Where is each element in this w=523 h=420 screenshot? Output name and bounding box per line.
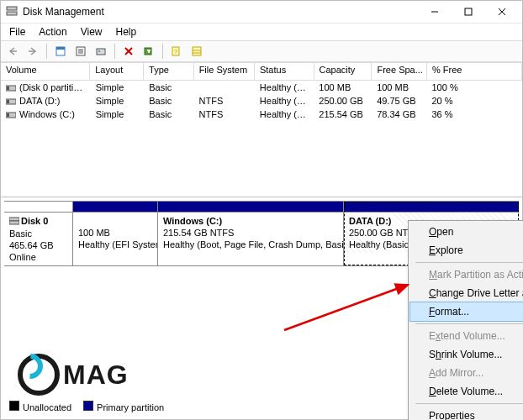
- svg-rect-23: [193, 47, 201, 55]
- svg-rect-32: [9, 218, 19, 221]
- cell-layout: Simple: [91, 96, 145, 106]
- volume-row[interactable]: (Disk 0 partition 2)SimpleBasicHealthy (…: [1, 81, 522, 94]
- column-header[interactable]: Status: [255, 63, 314, 80]
- context-menu-item[interactable]: Properties: [410, 407, 523, 420]
- app-icon: [6, 6, 18, 18]
- refresh-button[interactable]: [51, 42, 70, 60]
- column-header[interactable]: File System: [194, 63, 255, 80]
- volume-icon: [6, 97, 16, 106]
- context-menu-item: Mark Partition as Active: [410, 265, 523, 284]
- context-menu-item[interactable]: Open: [410, 223, 523, 241]
- partition-color-bar: [344, 202, 519, 213]
- minimize-button[interactable]: [418, 1, 452, 23]
- context-menu-item[interactable]: Format...: [410, 302, 523, 321]
- cell-name: Windows (C:): [1, 109, 91, 119]
- column-header[interactable]: Free Spa...: [372, 63, 427, 80]
- legend-unallocated: Unallocated: [9, 401, 71, 412]
- list-view-toolbar-button[interactable]: [188, 42, 206, 60]
- volume-row[interactable]: DATA (D:)SimpleBasicNTFSHealthy (B...250…: [1, 94, 522, 108]
- svg-rect-27: [7, 87, 9, 90]
- menubar: File Action View Help: [1, 24, 522, 40]
- volume-list-header: VolumeLayoutTypeFile SystemStatusCapacit…: [1, 62, 522, 81]
- cell-cap: 250.00 GB: [314, 96, 372, 106]
- cell-layout: Simple: [91, 82, 145, 92]
- volume-icon: [6, 84, 16, 92]
- column-header[interactable]: Volume: [1, 63, 90, 80]
- cell-name: DATA (D:): [1, 96, 91, 106]
- close-button[interactable]: [485, 1, 519, 23]
- cell-status: Healthy (B...: [255, 109, 314, 119]
- legend-swatch-unallocated: [9, 401, 19, 411]
- cell-layout: Simple: [91, 109, 145, 119]
- volume-icon: [6, 111, 16, 119]
- cell-pct: 20 %: [426, 96, 522, 106]
- column-header[interactable]: Capacity: [314, 63, 372, 80]
- cell-status: Healthy (B...: [255, 96, 314, 106]
- properties-toolbar-button[interactable]: [71, 42, 90, 60]
- cell-pct: 36 %: [426, 109, 522, 119]
- disk-state: Online: [9, 252, 36, 262]
- cell-free: 78.34 GB: [372, 109, 426, 119]
- app-window: Disk Management File Action View Help: [0, 0, 523, 420]
- legend: Unallocated Primary partition: [9, 401, 164, 412]
- cell-cap: 100 MB: [314, 82, 372, 92]
- menu-action[interactable]: Action: [32, 24, 73, 40]
- legend-swatch-primary: [83, 401, 93, 411]
- svg-rect-14: [97, 49, 105, 55]
- svg-rect-1: [7, 12, 17, 15]
- window-title: Disk Management: [23, 6, 418, 18]
- toolbar: ?: [1, 40, 522, 62]
- column-header[interactable]: Layout: [90, 63, 144, 80]
- cell-fs: NTFS: [194, 96, 255, 106]
- svg-point-15: [98, 50, 100, 52]
- settings-toolbar-button[interactable]: [92, 42, 110, 60]
- svg-text:?: ?: [174, 48, 178, 55]
- disk-size: 465.64 GB: [9, 240, 54, 250]
- disk-type: Basic: [9, 228, 32, 239]
- cell-free: 49.75 GB: [372, 96, 426, 106]
- svg-rect-33: [9, 221, 19, 224]
- svg-rect-0: [7, 7, 17, 10]
- forward-button[interactable]: [24, 42, 42, 60]
- partition-body: 100 MBHealthy (EFI System: [73, 213, 157, 253]
- delete-button[interactable]: [119, 42, 138, 60]
- context-menu-item[interactable]: Explore: [410, 241, 523, 260]
- volume-list-body[interactable]: (Disk 0 partition 2)SimpleBasicHealthy (…: [1, 81, 522, 197]
- cell-type: Basic: [144, 109, 193, 119]
- partition[interactable]: Windows (C:)215.54 GB NTFSHealthy (Boot,…: [158, 202, 344, 265]
- maximize-button[interactable]: [452, 1, 485, 23]
- menu-separator: [415, 323, 523, 324]
- svg-rect-29: [7, 100, 9, 103]
- volume-row[interactable]: Windows (C:)SimpleBasicNTFSHealthy (B...…: [1, 108, 522, 121]
- menu-file[interactable]: File: [3, 24, 32, 40]
- cell-fs: NTFS: [194, 109, 255, 119]
- context-menu-item[interactable]: Shrink Volume...: [410, 345, 523, 364]
- disk-icon: [9, 216, 19, 228]
- help-toolbar-button[interactable]: ?: [167, 42, 186, 60]
- disk-info[interactable]: Disk 0 Basic 465.64 GB Online: [4, 202, 73, 265]
- watermark-text: MAG: [63, 360, 129, 391]
- cell-free: 100 MB: [372, 82, 426, 92]
- svg-rect-3: [465, 8, 472, 15]
- menu-help[interactable]: Help: [109, 24, 144, 40]
- partition-color-bar: [73, 202, 157, 213]
- cell-type: Basic: [144, 82, 193, 92]
- cell-name: (Disk 0 partition 2): [1, 82, 91, 92]
- menu-view[interactable]: View: [74, 24, 109, 40]
- partition[interactable]: 100 MBHealthy (EFI System: [73, 202, 158, 265]
- column-header[interactable]: Type: [144, 63, 194, 80]
- context-menu: OpenExploreMark Partition as ActiveChang…: [408, 220, 523, 420]
- context-menu-item[interactable]: Change Drive Letter and Paths...: [410, 284, 523, 302]
- legend-primary: Primary partition: [83, 401, 164, 412]
- context-menu-item[interactable]: Delete Volume...: [410, 382, 523, 401]
- partition-body: Windows (C:)215.54 GB NTFSHealthy (Boot,…: [158, 213, 343, 253]
- svg-line-34: [284, 285, 408, 330]
- toolbar-separator: [46, 44, 47, 59]
- svg-rect-31: [7, 113, 9, 117]
- titlebar: Disk Management: [1, 1, 522, 24]
- partition-color-bar: [158, 202, 343, 213]
- menu-separator: [415, 403, 523, 404]
- column-header[interactable]: % Free: [427, 63, 522, 80]
- action-button[interactable]: [140, 42, 158, 60]
- back-button[interactable]: [3, 42, 22, 60]
